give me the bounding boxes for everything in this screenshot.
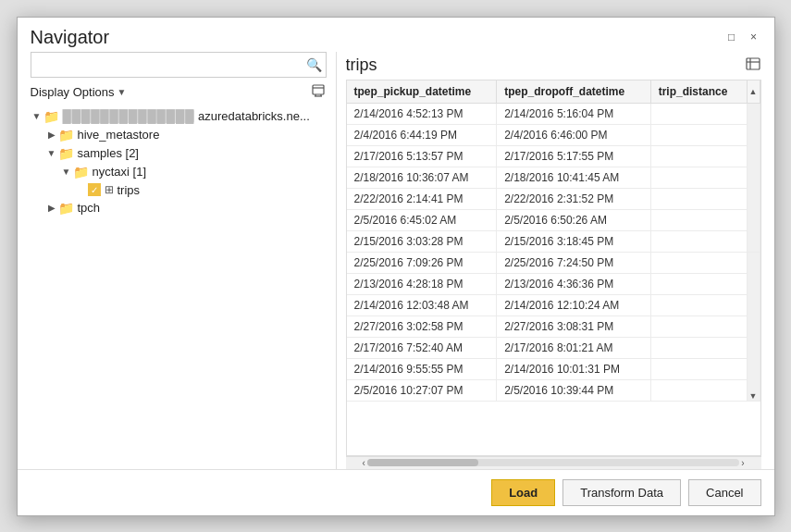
table-cell: [650, 337, 747, 358]
tree-item-trips[interactable]: ✓⊞trips: [31, 181, 327, 199]
tree-label-nyctaxi: nyctaxi [1]: [93, 165, 147, 179]
tree-item-tpch[interactable]: ▶📁tpch: [31, 199, 327, 217]
folder-icon-tpch: 📁: [58, 201, 74, 216]
display-options-chevron: ▼: [117, 87, 127, 97]
cancel-button[interactable]: Cancel: [688, 479, 760, 506]
title-bar-controls: □ ×: [724, 30, 761, 44]
minimize-button[interactable]: □: [724, 30, 739, 44]
folder-icon-nyctaxi: 📁: [73, 165, 89, 179]
table-cell: 2/5/2016 10:27:07 PM: [347, 379, 497, 401]
preview-title: trips: [346, 56, 377, 75]
table-cell: [650, 358, 747, 379]
display-options-dropdown[interactable]: Display Options ▼: [31, 85, 127, 99]
right-panel: trips tpep_pickup_datetimetpep_dropoff_d…: [346, 52, 761, 469]
svg-rect-5: [747, 58, 760, 69]
col-header-trip-distance: trip_distance: [650, 80, 747, 104]
table-cell: 2/14/2016 10:01:31 PM: [497, 358, 650, 379]
close-button[interactable]: ×: [747, 30, 761, 44]
table-cell: 2/18/2016 10:41:45 AM: [497, 167, 650, 188]
scrollbar-track: [367, 459, 739, 466]
table-cell: 2/13/2016 4:28:18 PM: [347, 273, 497, 294]
folder-icon-root: 📁: [43, 109, 59, 124]
display-options-row: Display Options ▼: [31, 83, 327, 102]
table-cell: 2/5/2016 6:45:02 AM: [347, 209, 497, 230]
table-row: 2/25/2016 7:09:26 PM2/25/2016 7:24:50 PM…: [347, 252, 760, 273]
preview-icon-button[interactable]: [745, 56, 761, 76]
table-cell: [650, 294, 747, 315]
table-cell: [650, 315, 747, 337]
vertical-scrollbar[interactable]: [747, 103, 760, 252]
tree-toggle-root[interactable]: ▼: [31, 111, 43, 121]
table-cell: 2/25/2016 7:24:50 PM: [497, 252, 650, 273]
data-preview-table: tpep_pickup_datetimetpep_dropoff_datetim…: [347, 80, 760, 402]
tree-toggle-samples[interactable]: ▼: [45, 148, 58, 158]
table-cell: [650, 124, 747, 145]
horizontal-scrollbar[interactable]: ‹ ›: [346, 456, 761, 469]
table-cell: 2/4/2016 6:44:19 PM: [347, 124, 497, 145]
table-row: 2/27/2016 3:02:58 PM2/27/2016 3:08:31 PM: [347, 315, 760, 337]
table-cell: [650, 145, 747, 167]
search-button[interactable]: 🔍: [306, 57, 322, 72]
checkbox-trips[interactable]: ✓: [88, 183, 101, 196]
table-cell: 2/14/2016 12:03:48 AM: [347, 294, 497, 315]
table-cell: 2/27/2016 3:08:31 PM: [497, 315, 650, 337]
table-cell: [650, 379, 747, 401]
table-cell: [650, 209, 747, 230]
table-cell: [650, 252, 747, 273]
table-cell: 2/25/2016 7:09:26 PM: [347, 252, 497, 273]
table-cell: 2/17/2016 5:17:55 PM: [497, 145, 650, 167]
scroll-down-arrow[interactable]: ▼: [747, 252, 760, 401]
refresh-button[interactable]: [312, 83, 327, 102]
table-cell: 2/17/2016 7:52:40 AM: [347, 337, 497, 358]
table-cell: 2/18/2016 10:36:07 AM: [347, 167, 497, 188]
tree-toggle-tpch[interactable]: ▶: [45, 203, 58, 213]
content-area: 🔍 Display Options ▼: [18, 52, 774, 469]
panel-divider: [336, 52, 337, 469]
tree-area: ▼📁██████████████ azuredatabricks.ne...▶📁…: [31, 107, 327, 462]
folder-icon-hive_metastore: 📁: [58, 128, 74, 142]
table-cell: 2/14/2016 5:16:04 PM: [497, 103, 650, 124]
load-button[interactable]: Load: [491, 479, 555, 506]
left-panel: 🔍 Display Options ▼: [31, 52, 327, 469]
table-row: 2/14/2016 9:55:55 PM2/14/2016 10:01:31 P…: [347, 358, 760, 379]
table-row: 2/4/2016 6:44:19 PM2/4/2016 6:46:00 PM: [347, 124, 760, 145]
table-cell: [650, 273, 747, 294]
search-bar: 🔍: [31, 52, 327, 78]
tree-label-samples: samples [2]: [78, 146, 139, 160]
tree-item-hive_metastore[interactable]: ▶📁hive_metastore: [31, 126, 327, 144]
col-header-tpep-dropoff-datetime: tpep_dropoff_datetime: [497, 80, 650, 104]
tree-label-tpch: tpch: [78, 201, 101, 215]
table-cell: 2/14/2016 9:55:55 PM: [347, 358, 497, 379]
transform-data-button[interactable]: Transform Data: [562, 479, 681, 506]
tree-item-samples[interactable]: ▼📁samples [2]: [31, 144, 327, 163]
folder-icon-samples: 📁: [58, 146, 74, 161]
table-row: 2/14/2016 4:52:13 PM2/14/2016 5:16:04 PM: [347, 103, 760, 124]
tree-item-root[interactable]: ▼📁██████████████ azuredatabricks.ne...: [31, 107, 327, 126]
footer: Load Transform Data Cancel: [18, 469, 774, 515]
tree-label-hive_metastore: hive_metastore: [78, 128, 160, 142]
search-input[interactable]: [35, 57, 306, 71]
table-cell: [650, 230, 747, 252]
table-row: 2/15/2016 3:03:28 PM2/15/2016 3:18:45 PM: [347, 230, 760, 252]
table-row: 2/14/2016 12:03:48 AM2/14/2016 12:10:24 …: [347, 294, 760, 315]
table-cell: 2/15/2016 3:03:28 PM: [347, 230, 497, 252]
tree-toggle-nyctaxi[interactable]: ▼: [60, 167, 73, 177]
tree-toggle-hive_metastore[interactable]: ▶: [45, 130, 58, 140]
table-cell: 2/17/2016 5:13:57 PM: [347, 145, 497, 167]
table-cell: 2/5/2016 6:50:26 AM: [497, 209, 650, 230]
table-cell: [650, 167, 747, 188]
navigator-dialog: Navigator □ × 🔍 Display Options ▼: [17, 17, 775, 516]
scroll-left-arrow[interactable]: ‹: [361, 458, 367, 468]
table-row: 2/18/2016 10:36:07 AM2/18/2016 10:41:45 …: [347, 167, 760, 188]
table-row: 2/5/2016 6:45:02 AM2/5/2016 6:50:26 AM: [347, 209, 760, 230]
col-header-tpep-pickup-datetime: tpep_pickup_datetime: [347, 80, 497, 104]
table-cell: 2/13/2016 4:36:36 PM: [497, 273, 650, 294]
table-row: 2/5/2016 10:27:07 PM2/5/2016 10:39:44 PM: [347, 379, 760, 401]
scroll-up-arrow[interactable]: ▲: [747, 80, 760, 104]
scroll-right-arrow[interactable]: ›: [739, 458, 746, 468]
table-row: 2/13/2016 4:28:18 PM2/13/2016 4:36:36 PM: [347, 273, 760, 294]
display-options-label: Display Options: [31, 85, 115, 99]
tree-item-nyctaxi[interactable]: ▼📁nyctaxi [1]: [31, 163, 327, 181]
scrollbar-thumb[interactable]: [367, 459, 478, 466]
table-cell: 2/22/2016 2:14:41 PM: [347, 188, 497, 209]
